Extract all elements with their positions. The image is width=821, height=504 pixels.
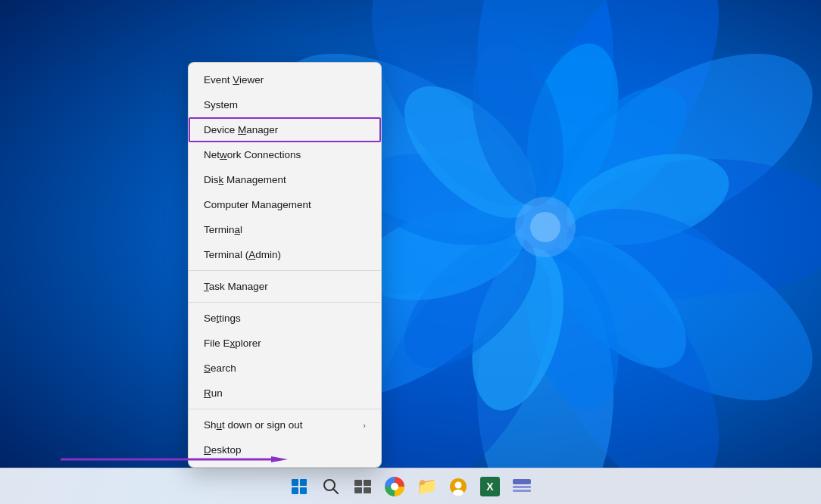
menu-item-label: Run	[204, 387, 223, 399]
menu-separator-2	[189, 302, 381, 303]
menu-item-label: System	[204, 99, 238, 110]
menu-item-file-explorer[interactable]: File Explorer	[189, 331, 381, 356]
menu-item-terminal[interactable]: Terminal	[189, 217, 381, 242]
svg-point-34	[455, 481, 462, 488]
menu-item-event-viewer[interactable]: Event Viewer	[189, 67, 381, 92]
taskbar: 📁 X	[0, 468, 821, 504]
menu-item-label: Computer Management	[204, 199, 311, 210]
menu-item-label: File Explorer	[204, 338, 261, 349]
menu-item-device-manager[interactable]: Device Manager	[189, 117, 381, 142]
menu-item-label: Event Viewer	[204, 74, 264, 86]
svg-rect-29	[354, 480, 362, 486]
menu-item-label: Device Manager	[204, 124, 278, 135]
file-explorer-button[interactable]: 📁	[411, 471, 442, 502]
menu-item-computer-management[interactable]: Computer Management	[189, 192, 381, 217]
start-button[interactable]	[284, 471, 314, 502]
menu-item-label: Network Connections	[204, 149, 301, 160]
svg-rect-36	[513, 479, 531, 484]
folder-icon: 📁	[417, 477, 437, 496]
windows-logo-icon	[292, 479, 307, 494]
excel-icon: X	[480, 477, 500, 496]
menu-item-label: Desktop	[204, 444, 242, 456]
taskview-icon	[354, 480, 371, 493]
svg-rect-31	[354, 487, 362, 493]
menu-item-disk-management[interactable]: Disk Management	[189, 167, 381, 192]
chrome-button[interactable]	[379, 471, 410, 502]
menu-item-label: Settings	[204, 313, 241, 324]
arrow-annotation	[61, 456, 288, 462]
menu-item-label: Shut down or sign out	[204, 419, 303, 431]
svg-line-28	[333, 489, 338, 493]
chrome-icon	[385, 477, 404, 496]
menu-item-settings[interactable]: Settings	[189, 306, 381, 331]
taskview-button[interactable]	[348, 471, 378, 502]
ribbonx-button[interactable]	[507, 471, 537, 502]
menu-item-task-manager[interactable]: Task Manager	[189, 274, 381, 299]
search-taskbar-button[interactable]	[316, 471, 346, 502]
menu-item-run[interactable]: Run	[189, 381, 381, 406]
search-icon	[323, 478, 339, 495]
menu-separator	[189, 270, 381, 271]
svg-rect-30	[364, 480, 371, 486]
menu-item-terminal-admin[interactable]: Terminal (Admin)	[189, 242, 381, 267]
menu-item-shutdown[interactable]: Shut down or sign out ›	[189, 412, 381, 437]
excel-button[interactable]: X	[475, 471, 505, 502]
menu-item-label: Terminal (Admin)	[204, 249, 281, 260]
context-menu: Event Viewer System Device Manager Netwo…	[188, 62, 382, 468]
copilot-icon	[449, 478, 467, 496]
menu-item-label: Terminal	[204, 224, 242, 235]
menu-item-search[interactable]: Search	[189, 356, 381, 381]
taskbar-center: 📁 X	[284, 471, 537, 502]
menu-separator-3	[189, 409, 381, 409]
svg-point-35	[453, 490, 464, 496]
menu-item-label: Search	[204, 362, 236, 374]
svg-rect-38	[513, 490, 531, 492]
submenu-arrow-icon: ›	[363, 421, 366, 430]
svg-rect-32	[364, 487, 371, 493]
menu-item-label: Disk Management	[204, 174, 286, 185]
menu-item-network-connections[interactable]: Network Connections	[189, 142, 381, 167]
desktop-wallpaper	[0, 0, 821, 504]
svg-rect-37	[513, 486, 531, 488]
menu-item-label: Task Manager	[204, 281, 268, 292]
svg-point-26	[530, 212, 560, 242]
copilot-button[interactable]	[443, 471, 473, 502]
menu-item-system[interactable]: System	[189, 92, 381, 117]
ribbonx-icon	[513, 479, 531, 494]
arrow-icon	[61, 456, 288, 462]
